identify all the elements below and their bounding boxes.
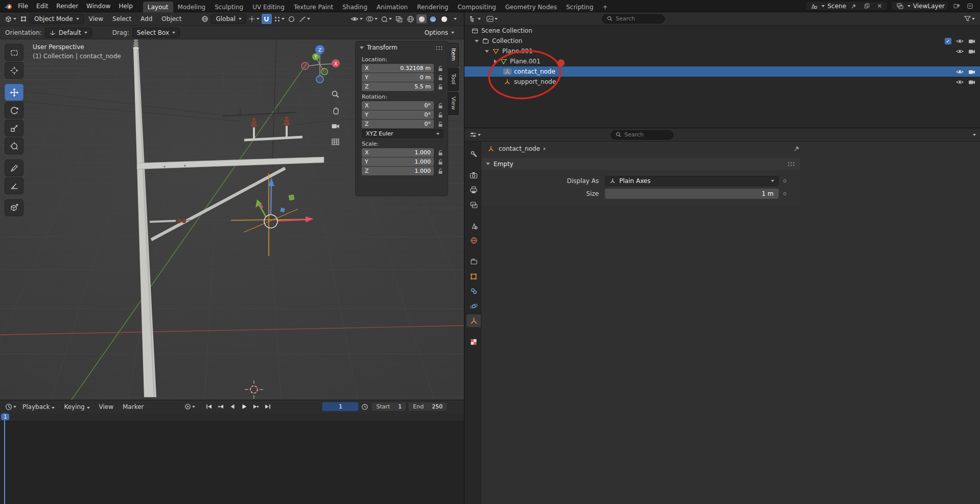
camera-icon[interactable] <box>968 49 976 54</box>
eye-icon[interactable] <box>955 69 964 75</box>
toggle-xray-button[interactable] <box>394 14 404 24</box>
transform-tool[interactable] <box>5 138 24 154</box>
add-workspace-button[interactable]: + <box>598 2 612 12</box>
menu-render[interactable]: Render <box>52 1 82 11</box>
lock-icon[interactable] <box>437 150 444 156</box>
box-select-tool[interactable] <box>5 44 24 61</box>
drag-dropdown[interactable]: Select Box <box>132 28 180 38</box>
workspace-tab-comp[interactable]: Compositing <box>453 2 500 12</box>
jump-to-end-button[interactable] <box>262 402 273 411</box>
lock-icon[interactable] <box>437 65 444 72</box>
disclosure-icon[interactable] <box>485 50 489 53</box>
shading-material-button[interactable] <box>428 14 438 24</box>
transform-panel-header[interactable]: Transform <box>356 41 448 54</box>
pin-id-icon[interactable] <box>792 146 801 151</box>
menu-edit[interactable]: Edit <box>32 1 52 11</box>
timeline-ruler[interactable] <box>0 413 464 422</box>
workspace-tab-rendering[interactable]: Rendering <box>412 2 453 12</box>
move-tool[interactable] <box>5 84 24 101</box>
menu-add[interactable]: Add <box>136 14 156 24</box>
timeline-playhead[interactable] <box>4 413 5 504</box>
properties-search-input[interactable] <box>624 131 668 138</box>
current-frame-field[interactable]: 1 <box>322 402 359 411</box>
frame-start-field[interactable]: Start 1 <box>371 402 407 411</box>
remove-view-layer-button[interactable] <box>965 1 975 11</box>
editor-type-outliner-button[interactable] <box>469 14 482 24</box>
ortho-toggle-button[interactable] <box>329 135 341 148</box>
physics-properties-tab[interactable] <box>466 300 481 312</box>
eye-icon[interactable] <box>955 38 964 44</box>
annotate-tool[interactable] <box>5 159 24 176</box>
scene-selector[interactable]: Scene <box>805 1 888 11</box>
shading-solid-button[interactable] <box>416 14 427 24</box>
rotation-z-field[interactable]: Z0° <box>362 120 434 128</box>
workspace-tab-shading[interactable]: Shading <box>338 2 372 12</box>
object-data-properties-tab[interactable] <box>466 314 481 327</box>
editor-type-timeline-button[interactable] <box>4 402 17 412</box>
sidebar-tab-tool[interactable]: Tool <box>448 67 459 91</box>
workspace-tab-uv-editing[interactable]: UV Editing <box>248 2 289 12</box>
scene-properties-tab[interactable] <box>466 219 481 232</box>
camera-icon[interactable] <box>968 38 976 44</box>
menu-file[interactable]: File <box>14 1 32 11</box>
jump-to-prev-keyframe-button[interactable] <box>215 402 226 411</box>
blender-logo-icon[interactable] <box>3 1 14 11</box>
viewport-canvas[interactable]: User Perspective (1) Collection | contac… <box>0 39 464 400</box>
render-properties-tab[interactable] <box>466 169 481 181</box>
proportional-editing-toggle[interactable] <box>287 14 297 24</box>
panel-grip-icon[interactable] <box>787 162 796 166</box>
pivot-point-dropdown[interactable] <box>247 14 261 24</box>
disclosure-icon[interactable] <box>475 40 479 42</box>
tool-orientation-dropdown[interactable]: Default <box>45 28 92 38</box>
scale-tool[interactable] <box>5 120 24 136</box>
lock-icon[interactable] <box>437 84 444 90</box>
auto-keying-toggle[interactable] <box>183 402 196 412</box>
collection-checkbox[interactable]: ✓ <box>945 38 951 44</box>
timeline-scrub-area[interactable]: 1 <box>0 413 464 504</box>
cursor-tool[interactable] <box>5 62 24 79</box>
animate-display-as-dot[interactable] <box>783 179 786 182</box>
lock-icon[interactable] <box>437 75 444 81</box>
orientation-dropdown[interactable]: Global <box>211 14 246 24</box>
lock-icon[interactable] <box>437 159 444 165</box>
outliner-row-contact-node[interactable]: contact_node <box>464 66 980 77</box>
view-layer-selector[interactable]: ViewLayer <box>891 1 948 11</box>
tool-properties-tab[interactable] <box>466 148 481 161</box>
disclosure-icon[interactable] <box>494 59 497 63</box>
workspace-tab-scripting[interactable]: Scripting <box>562 2 598 12</box>
scale-x-field[interactable]: X1.000 <box>362 148 434 157</box>
menu-window[interactable]: Window <box>82 1 114 11</box>
location-y-field[interactable]: Y0 m <box>362 73 434 82</box>
add-cube-tool[interactable] <box>5 199 24 216</box>
sidebar-tab-view[interactable]: View <box>448 92 459 115</box>
editor-type-properties-button[interactable] <box>469 130 482 140</box>
workspace-tab-animation[interactable]: Animation <box>372 2 412 12</box>
location-z-field[interactable]: Z5.5 m <box>362 82 434 91</box>
object-properties-tab[interactable] <box>466 270 481 283</box>
rotation-mode-dropdown[interactable]: XYZ Euler <box>362 129 444 138</box>
outliner-row-support-node[interactable]: support_node <box>464 77 980 87</box>
pin-scene-icon[interactable] <box>849 1 859 11</box>
snap-target-dropdown[interactable] <box>273 14 286 24</box>
play-reverse-button[interactable] <box>227 402 238 411</box>
unlink-scene-icon[interactable] <box>874 1 884 11</box>
constraints-properties-tab[interactable] <box>466 285 481 297</box>
lock-icon[interactable] <box>437 121 444 127</box>
rotation-x-field[interactable]: X0° <box>362 101 434 110</box>
menu-marker[interactable]: Marker <box>119 402 148 412</box>
menu-keying[interactable]: Keying <box>60 402 94 412</box>
gizmos-dropdown[interactable] <box>380 14 393 24</box>
shading-wireframe-button[interactable] <box>405 14 415 24</box>
workspace-tab-layout[interactable]: Layout <box>143 2 173 12</box>
workspace-tab-modeling[interactable]: Modeling <box>173 2 211 12</box>
breadcrumb-object-name[interactable]: contact_node <box>499 145 540 152</box>
camera-view-button[interactable] <box>329 120 341 132</box>
outliner-row-scene-collection[interactable]: Scene Collection <box>464 26 980 36</box>
options-dropdown[interactable]: Options <box>420 28 459 38</box>
zoom-button[interactable] <box>329 88 341 100</box>
outliner-display-mode-button[interactable] <box>485 14 499 24</box>
rotation-y-field[interactable]: Y0° <box>362 110 434 119</box>
location-x-field[interactable]: X0.32108 m <box>362 64 434 73</box>
empty-panel-header[interactable]: Empty <box>481 158 800 170</box>
scale-y-field[interactable]: Y1.000 <box>362 157 434 166</box>
